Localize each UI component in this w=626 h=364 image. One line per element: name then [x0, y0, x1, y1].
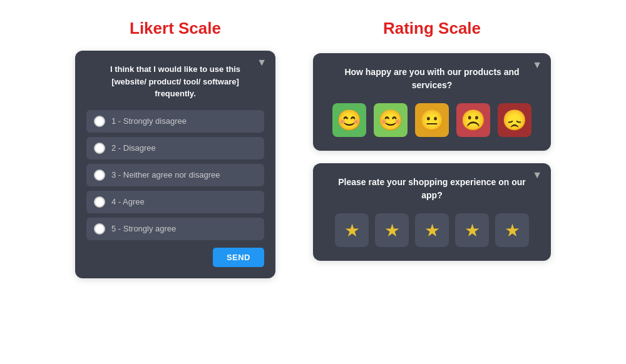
star-question: Please rate your shopping experience on …: [327, 176, 537, 202]
chevron-down-icon: ▼: [532, 169, 542, 181]
likert-card: ▼ I think that I would like to use this …: [75, 51, 275, 278]
star-1[interactable]: ★: [335, 213, 369, 247]
option-label-2: 2 - Disagree: [111, 143, 156, 153]
radio-4[interactable]: [94, 196, 105, 208]
list-item[interactable]: 2 - Disagree: [86, 137, 264, 159]
star-card: ▼ Please rate your shopping experience o…: [313, 163, 551, 261]
likert-question: I think that I would like to use this [w…: [86, 63, 264, 100]
radio-2[interactable]: [94, 143, 105, 154]
emoji-card: ▼ How happy are you with our products an…: [313, 53, 551, 151]
emoji-very-happy[interactable]: 😊: [332, 103, 366, 137]
emoji-happy[interactable]: 😊: [374, 103, 408, 137]
list-item[interactable]: 5 - Strongly agree: [86, 218, 264, 240]
list-item[interactable]: 1 - Strongly disagree: [86, 110, 264, 133]
option-label-4: 4 - Agree: [111, 197, 145, 206]
option-label-1: 1 - Strongly disagree: [111, 116, 187, 126]
option-label-3: 3 - Neither agree nor disagree: [111, 170, 220, 179]
emoji-row: 😊 😊 😐 ☹️ 😞: [327, 103, 537, 137]
option-label-5: 5 - Strongly agree: [111, 224, 176, 233]
rating-section: Rating Scale ▼ How happy are you with ou…: [313, 19, 551, 261]
emoji-question: How happy are you with our products and …: [327, 66, 537, 92]
chevron-down-icon: ▼: [257, 57, 267, 68]
chevron-down-icon: ▼: [532, 59, 542, 71]
list-item[interactable]: 4 - Agree: [86, 191, 264, 213]
list-item[interactable]: 3 - Neither agree nor disagree: [86, 164, 264, 186]
star-row: ★ ★ ★ ★ ★: [327, 213, 537, 247]
emoji-neutral[interactable]: 😐: [415, 103, 449, 137]
emoji-unhappy[interactable]: ☹️: [456, 103, 490, 137]
star-3[interactable]: ★: [415, 213, 449, 247]
radio-5[interactable]: [94, 223, 105, 235]
emoji-very-unhappy[interactable]: 😞: [498, 103, 531, 137]
likert-section: Likert Scale ▼ I think that I would like…: [75, 19, 275, 278]
rating-title: Rating Scale: [383, 19, 481, 38]
radio-1[interactable]: [94, 116, 105, 127]
send-button[interactable]: SEND: [213, 248, 264, 267]
star-2[interactable]: ★: [375, 213, 409, 247]
radio-3[interactable]: [94, 169, 105, 181]
likert-options: 1 - Strongly disagree 2 - Disagree 3 - N…: [86, 110, 264, 240]
likert-title: Likert Scale: [130, 19, 221, 38]
star-4[interactable]: ★: [455, 213, 489, 247]
star-5[interactable]: ★: [495, 213, 529, 247]
